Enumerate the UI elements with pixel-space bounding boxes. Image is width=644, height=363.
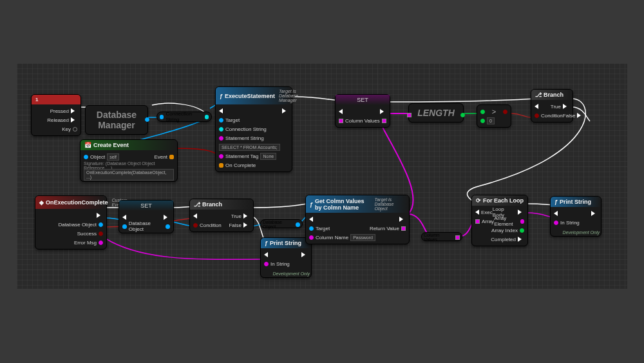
pin-oec-exec[interactable] — [39, 211, 103, 220]
node-print-string-1[interactable]: ƒ Print String In String Development Onl… — [260, 237, 312, 278]
pin-b2-execin[interactable] — [193, 213, 197, 219]
pin-gc-return[interactable]: Return Value — [370, 224, 406, 233]
pin-oec-success[interactable]: Success — [39, 229, 103, 238]
pin-set1-cv-out[interactable] — [382, 119, 386, 123]
pin-set2-execin[interactable] — [122, 215, 126, 220]
node-connection-string[interactable]: Connection String — [156, 112, 212, 122]
pin-es-execout[interactable] — [282, 108, 289, 113]
node-get-column-values[interactable]: ƒ Get Colmn Values by Colmn NameTarget i… — [305, 195, 410, 244]
node-column-values-var[interactable]: Column Values — [421, 232, 462, 241]
node-execute-statement[interactable]: ƒ ExecuteStatementTarget is Database Man… — [215, 86, 292, 172]
node-length[interactable]: LENGTH — [408, 103, 464, 123]
pin-p2-execin[interactable] — [554, 211, 558, 216]
pin-fe-elem[interactable]: Array Element — [494, 217, 524, 226]
node-database-manager[interactable]: Database Manager — [85, 105, 148, 135]
length-label: LENGTH — [409, 104, 463, 122]
getcol-header: ƒ Get Colmn Values by Colmn NameTarget i… — [306, 195, 409, 213]
foreach-header: ⟳ For Each Loop — [472, 195, 527, 206]
node-set-column-values[interactable]: SET Column Values — [335, 94, 390, 128]
node-for-each-loop[interactable]: ⟳ For Each Loop ExecLoop Body ArrayArray… — [471, 195, 528, 246]
node-create-event[interactable]: 📅 Create Event Objectself Event Signatur… — [80, 139, 178, 182]
node-branch-bottom[interactable]: ⎇ Branch True ConditionFalse — [189, 199, 254, 232]
node-greater-than[interactable]: > 0 — [477, 104, 511, 128]
pin-ce-object[interactable]: Objectself — [84, 152, 119, 161]
print2-dev: Development Only — [551, 229, 601, 236]
pin-b2-false[interactable]: False — [229, 221, 250, 230]
gt-op: > — [492, 108, 496, 115]
ce-dropdown[interactable]: OnExecutionComplete(DatabaseObject, ...) — [84, 169, 174, 181]
pin-set2-execout[interactable] — [164, 215, 170, 220]
node-print-string-2[interactable]: ƒ Print String In String Development Onl… — [550, 196, 601, 237]
pin-ce-event[interactable]: Event — [155, 152, 174, 161]
pin-es-stmt[interactable]: Statement String — [219, 133, 289, 142]
pin-dbobj-out[interactable] — [296, 222, 300, 227]
pin-len-in[interactable] — [407, 113, 412, 117]
pin-gt-a[interactable] — [480, 110, 485, 114]
pin-p2-execout[interactable] — [591, 211, 598, 216]
pin-gc-colname[interactable]: Column NamePassword — [309, 233, 406, 242]
pin-es-target[interactable]: Target — [219, 115, 289, 124]
pin-connstr-in[interactable] — [160, 115, 164, 119]
pin-fe-array[interactable]: Array — [475, 217, 494, 226]
pin-dbmgr-out[interactable] — [145, 117, 149, 122]
pin-es-conn[interactable]: Connection String — [219, 124, 289, 133]
pin-fe-exec[interactable]: Exec — [475, 208, 493, 217]
pin-es-oncomplete[interactable]: On Complete — [219, 161, 289, 170]
pin-gc-execout[interactable] — [399, 217, 406, 222]
oec-header: ◆ OnExecutionCompleteCustom Event — [35, 196, 106, 209]
pin-es-execin[interactable] — [219, 108, 223, 113]
print1-header: ƒ Print String — [261, 238, 311, 248]
print2-header: ƒ Print String — [551, 197, 601, 207]
pin-p1-execout[interactable] — [301, 252, 308, 257]
pin-len-out[interactable] — [460, 113, 465, 117]
pin-fe-comp[interactable]: Completed — [475, 235, 524, 244]
pin-key[interactable]: Key — [35, 124, 77, 133]
pin-b1-execin[interactable] — [535, 104, 538, 109]
create-event-header: 📅 Create Event — [80, 140, 177, 150]
pin-b1-true[interactable]: True — [551, 102, 569, 111]
pin-set2-dbobj-in[interactable]: Database Object — [122, 222, 166, 231]
pin-gc-execin[interactable] — [309, 217, 313, 222]
node-set-database-object[interactable]: SET Database Object — [118, 200, 174, 233]
pin-fe-idx[interactable]: Array Index — [475, 226, 524, 235]
branch1-header: ⎇ Branch — [531, 90, 573, 100]
pin-pressed[interactable]: Pressed — [35, 106, 77, 115]
pin-gc-target[interactable]: Target — [309, 224, 330, 233]
exec-stmt-header: ƒ ExecuteStatementTarget is Database Man… — [216, 87, 292, 104]
pin-set2-dbobj-out[interactable] — [166, 224, 170, 229]
blueprint-canvas[interactable]: 1 Pressed Released Key Database Manager … — [17, 63, 627, 289]
pin-b1-false[interactable]: False — [563, 111, 584, 120]
pin-oec-errmsg[interactable]: Error Msg — [39, 238, 103, 247]
set1-header: SET — [336, 95, 390, 105]
node-on-execution-complete[interactable]: ◆ OnExecutionCompleteCustom Event Databa… — [35, 195, 107, 250]
key-badge: 1 — [32, 95, 80, 104]
node-database-object-var[interactable]: Database Object — [260, 219, 303, 228]
pin-gt-b[interactable]: 0 — [480, 116, 507, 125]
pin-es-tag[interactable]: Statement TagNone — [219, 152, 289, 161]
pin-cv-out[interactable] — [455, 235, 460, 240]
pin-set1-execin[interactable] — [339, 109, 343, 114]
pin-b1-cond[interactable]: Condition — [535, 111, 563, 120]
print1-dev: Development Only — [261, 270, 311, 277]
dbmgr-label: Database Manager — [86, 106, 147, 134]
node-branch-top[interactable]: ⎇ Branch True ConditionFalse — [531, 89, 573, 123]
pin-p2-instr[interactable]: In String — [554, 218, 598, 227]
pin-set1-execout[interactable] — [380, 109, 386, 114]
pin-p1-execin[interactable] — [264, 252, 268, 257]
pin-oec-dbobj[interactable]: Database Object — [39, 220, 103, 229]
pin-set1-cv-in[interactable]: Column Values — [339, 116, 380, 125]
node-input-key[interactable]: 1 Pressed Released Key — [31, 94, 81, 136]
pin-connstr-out[interactable] — [205, 115, 209, 119]
branch2-header: ⎇ Branch — [190, 199, 253, 210]
pin-b2-cond[interactable]: Condition — [193, 221, 222, 230]
pin-p1-instr[interactable]: In String — [264, 259, 308, 268]
pin-gt-out[interactable] — [503, 110, 507, 114]
pin-b2-true[interactable]: True — [231, 211, 250, 221]
set2-header: SET — [119, 201, 173, 211]
pin-released[interactable]: Released — [35, 115, 77, 124]
es-stmt-value[interactable]: SELECT * FROM Accounts; — [219, 144, 280, 151]
